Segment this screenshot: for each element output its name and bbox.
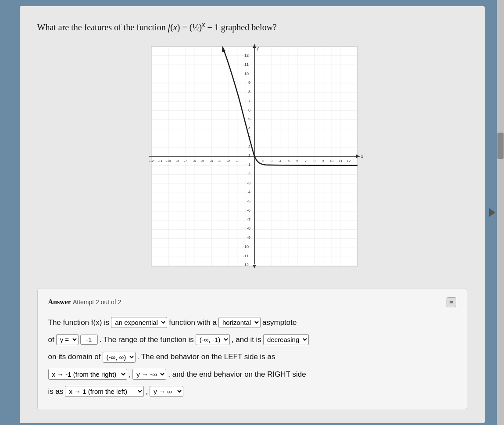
line4-comma: , <box>129 366 131 382</box>
svg-text:-1: -1 <box>247 162 250 167</box>
line2-prefix: of <box>48 331 54 348</box>
answer-line-5: is as x → 1 (from the left) x → ∞ x → -∞… <box>48 383 456 400</box>
answer-label: Answer <box>48 298 71 306</box>
svg-text:9: 9 <box>322 159 324 163</box>
line3-middle: . The end behavior on the LEFT side is a… <box>137 349 275 365</box>
svg-text:-8: -8 <box>175 159 179 163</box>
svg-text:-9: -9 <box>247 235 250 240</box>
scrollbar-thumb[interactable] <box>497 133 504 159</box>
side-arrow <box>489 208 495 217</box>
question-text: What are the features of the function f(… <box>37 19 467 33</box>
line1-select-asymptote-type[interactable]: horizontal vertical oblique <box>218 317 261 328</box>
line5-select-x-right[interactable]: x → 1 (from the left) x → ∞ x → -∞ <box>65 386 144 397</box>
line3-select-domain[interactable]: (-∞, ∞) (0, ∞) (-∞, 0) <box>103 352 136 363</box>
svg-text:5: 5 <box>248 117 250 121</box>
line2-select-variable[interactable]: y = x = <box>56 334 79 345</box>
line2-middle: . The range of the function is <box>100 331 194 348</box>
svg-text:-7: -7 <box>247 217 250 222</box>
line1-suffix: asymptote <box>262 314 297 331</box>
svg-text:-5: -5 <box>201 159 204 163</box>
svg-text:-4: -4 <box>210 159 213 163</box>
svg-text:3: 3 <box>270 159 272 163</box>
svg-text:1: 1 <box>248 153 250 158</box>
svg-text:-6: -6 <box>247 208 250 212</box>
svg-text:-5: -5 <box>247 199 250 203</box>
answer-body: The function f(x) is an exponential a li… <box>48 314 456 400</box>
line2-select-range[interactable]: (-∞, -1) (-1, ∞) (-∞, ∞) <box>196 334 230 345</box>
svg-text:-12: -12 <box>243 263 248 267</box>
svg-text:-10: -10 <box>166 159 171 163</box>
line2-select-behavior[interactable]: decreasing increasing constant <box>263 334 309 345</box>
svg-text:10: 10 <box>329 159 333 163</box>
line5-select-y-right[interactable]: y → ∞ y → -∞ y → 0 <box>150 386 183 397</box>
line5-comma: , <box>146 383 148 400</box>
answer-line-2: of y = x = . The range of the function i… <box>48 331 456 348</box>
scrollbar[interactable] <box>497 0 504 425</box>
svg-text:6: 6 <box>248 108 250 112</box>
svg-text:-10: -10 <box>243 245 248 249</box>
line1-select-function-type[interactable]: an exponential a linear a quadratic <box>111 317 167 328</box>
answer-line-4: x → -1 (from the right) x → -∞ x → ∞ , y… <box>48 366 456 382</box>
line3-prefix: on its domain of <box>48 349 101 365</box>
svg-text:-4: -4 <box>247 190 250 194</box>
svg-text:-6: -6 <box>193 159 196 163</box>
answer-label-area: Answer Attempt 2 out of 2 <box>48 298 122 306</box>
keyboard-icon[interactable]: ⌨ <box>447 297 456 307</box>
svg-text:-3: -3 <box>218 159 222 163</box>
svg-text:2: 2 <box>262 159 264 163</box>
line1-prefix: The function f(x) is <box>48 314 110 331</box>
svg-text:7: 7 <box>304 159 307 163</box>
svg-text:x: x <box>361 154 363 159</box>
graph-wrapper: y x 12 11 10 9 8 7 6 5 4 3 2 1 -1 -2 -3 <box>138 42 366 275</box>
svg-text:4: 4 <box>248 126 250 130</box>
svg-marker-55 <box>253 44 256 48</box>
svg-text:7: 7 <box>248 99 250 103</box>
answer-section: Answer Attempt 2 out of 2 ⌨ The function… <box>37 288 467 410</box>
line5-prefix: is as <box>48 383 64 400</box>
line2-suffix: , and it is <box>232 331 261 348</box>
svg-text:-11: -11 <box>243 254 248 258</box>
svg-text:2: 2 <box>248 144 250 149</box>
svg-text:-3: -3 <box>247 181 250 185</box>
svg-text:-12: -12 <box>149 159 154 163</box>
svg-text:y: y <box>257 46 259 50</box>
svg-text:10: 10 <box>244 72 248 76</box>
svg-text:-8: -8 <box>247 226 250 231</box>
attempt-text: Attempt 2 out of 2 <box>73 299 122 306</box>
line4-select-y-left[interactable]: y → -∞ y → ∞ y → 0 <box>132 369 166 380</box>
svg-text:12: 12 <box>244 53 248 58</box>
line4-suffix: , and the end behavior on the RIGHT side <box>168 366 306 382</box>
svg-text:-7: -7 <box>184 159 187 163</box>
svg-text:12: 12 <box>347 159 350 163</box>
svg-text:-2: -2 <box>227 159 230 163</box>
svg-text:5: 5 <box>287 159 290 163</box>
svg-text:9: 9 <box>248 80 250 85</box>
graph-area: y x 12 11 10 9 8 7 6 5 4 3 2 1 -1 -2 -3 <box>37 42 467 275</box>
svg-text:6: 6 <box>296 159 298 163</box>
svg-text:11: 11 <box>338 159 342 163</box>
svg-text:11: 11 <box>244 62 248 67</box>
svg-marker-56 <box>253 265 256 268</box>
graph-svg: y x 12 11 10 9 8 7 6 5 4 3 2 1 -1 -2 -3 <box>138 42 366 275</box>
svg-text:8: 8 <box>248 90 250 94</box>
svg-text:4: 4 <box>279 159 281 163</box>
line1-middle: function with a <box>169 314 217 331</box>
answer-line-3: on its domain of (-∞, ∞) (0, ∞) (-∞, 0) … <box>48 349 456 365</box>
svg-marker-54 <box>356 155 360 158</box>
svg-text:-1: -1 <box>236 159 239 163</box>
svg-text:-2: -2 <box>247 172 250 176</box>
answer-header: Answer Attempt 2 out of 2 ⌨ <box>48 297 456 307</box>
line2-asymptote-value-input[interactable] <box>80 335 98 345</box>
line4-select-x-left[interactable]: x → -1 (from the right) x → -∞ x → ∞ <box>48 369 127 380</box>
answer-line-1: The function f(x) is an exponential a li… <box>48 314 456 331</box>
svg-text:8: 8 <box>313 159 315 163</box>
svg-text:-11: -11 <box>157 159 163 163</box>
page-container: What are the features of the function f(… <box>20 6 485 423</box>
